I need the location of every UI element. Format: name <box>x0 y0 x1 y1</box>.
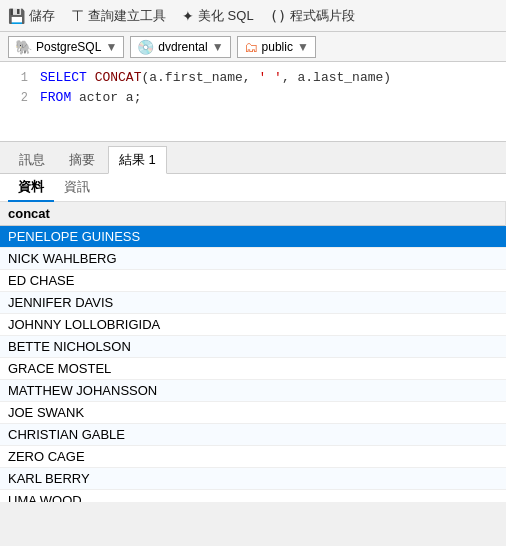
table-row[interactable]: ZERO CAGE <box>0 446 506 468</box>
tab-messages[interactable]: 訊息 <box>8 146 56 173</box>
table-row[interactable]: JOHNNY LOLLOBRIGIDA <box>0 314 506 336</box>
query-builder-label: 查詢建立工具 <box>88 7 166 25</box>
code-snippet-icon: () <box>270 8 287 24</box>
code-snippet-button[interactable]: () 程式碼片段 <box>270 7 356 25</box>
database-icon: 💿 <box>137 39 154 55</box>
beautify-sql-button[interactable]: ✦ 美化 SQL <box>182 7 254 25</box>
code-text-1: SELECT CONCAT(a.first_name, ' ', a.last_… <box>40 68 391 88</box>
schema-value: public <box>262 40 293 54</box>
cell-concat: JOE SWANK <box>0 402 506 424</box>
save-label: 儲存 <box>29 7 55 25</box>
table-row[interactable]: JOE SWANK <box>0 402 506 424</box>
subtab-info[interactable]: 資訊 <box>54 174 100 202</box>
connection-selector[interactable]: 🐘 PostgreSQL ▼ <box>8 36 124 58</box>
query-builder-button[interactable]: ⊤ 查詢建立工具 <box>71 7 166 25</box>
connection-value: PostgreSQL <box>36 40 101 54</box>
schema-chevron-icon: ▼ <box>297 40 309 54</box>
result-table: concat PENELOPE GUINESSNICK WAHLBERGED C… <box>0 202 506 502</box>
line-number-1: 1 <box>8 68 28 88</box>
beautify-sql-label: 美化 SQL <box>198 7 254 25</box>
table-row[interactable]: NICK WAHLBERG <box>0 248 506 270</box>
cell-concat: CHRISTIAN GABLE <box>0 424 506 446</box>
subtab-data[interactable]: 資料 <box>8 174 54 202</box>
cell-concat: UMA WOOD <box>0 490 506 503</box>
line-number-2: 2 <box>8 88 28 108</box>
table-row[interactable]: MATTHEW JOHANSSON <box>0 380 506 402</box>
save-icon: 💾 <box>8 8 25 24</box>
database-chevron-icon: ▼ <box>212 40 224 54</box>
code-text-2: FROM actor a; <box>40 88 141 108</box>
beautify-sql-icon: ✦ <box>182 8 194 24</box>
table-row[interactable]: GRACE MOSTEL <box>0 358 506 380</box>
table-row[interactable]: UMA WOOD <box>0 490 506 503</box>
code-editor[interactable]: 1 SELECT CONCAT(a.first_name, ' ', a.las… <box>0 62 506 142</box>
schema-selector[interactable]: 🗂 public ▼ <box>237 36 316 58</box>
database-value: dvdrental <box>158 40 207 54</box>
schema-icon: 🗂 <box>244 39 258 55</box>
toolbar: 💾 儲存 ⊤ 查詢建立工具 ✦ 美化 SQL () 程式碼片段 <box>0 0 506 32</box>
sub-tabs-bar: 資料 資訊 <box>0 174 506 202</box>
code-snippet-label: 程式碼片段 <box>290 7 355 25</box>
table-row[interactable]: ED CHASE <box>0 270 506 292</box>
column-header-concat: concat <box>0 202 506 226</box>
result-table-container[interactable]: concat PENELOPE GUINESSNICK WAHLBERGED C… <box>0 202 506 502</box>
cell-concat: NICK WAHLBERG <box>0 248 506 270</box>
cell-concat: ZERO CAGE <box>0 446 506 468</box>
table-row[interactable]: JENNIFER DAVIS <box>0 292 506 314</box>
cell-concat: JOHNNY LOLLOBRIGIDA <box>0 314 506 336</box>
connection-chevron-icon: ▼ <box>105 40 117 54</box>
code-line-1: 1 SELECT CONCAT(a.first_name, ' ', a.las… <box>0 68 506 88</box>
cell-concat: MATTHEW JOHANSSON <box>0 380 506 402</box>
cell-concat: GRACE MOSTEL <box>0 358 506 380</box>
connection-icon: 🐘 <box>15 39 32 55</box>
cell-concat: JENNIFER DAVIS <box>0 292 506 314</box>
cell-concat: BETTE NICHOLSON <box>0 336 506 358</box>
tab-results1[interactable]: 結果 1 <box>108 146 167 174</box>
table-row[interactable]: BETTE NICHOLSON <box>0 336 506 358</box>
database-selector[interactable]: 💿 dvdrental ▼ <box>130 36 230 58</box>
db-selectors-bar: 🐘 PostgreSQL ▼ 💿 dvdrental ▼ 🗂 public ▼ <box>0 32 506 62</box>
tab-summary[interactable]: 摘要 <box>58 146 106 173</box>
cell-concat: PENELOPE GUINESS <box>0 226 506 248</box>
cell-concat: ED CHASE <box>0 270 506 292</box>
table-row[interactable]: CHRISTIAN GABLE <box>0 424 506 446</box>
main-tabs-bar: 訊息 摘要 結果 1 <box>0 142 506 174</box>
code-line-2: 2 FROM actor a; <box>0 88 506 108</box>
save-button[interactable]: 💾 儲存 <box>8 7 55 25</box>
table-row[interactable]: PENELOPE GUINESS <box>0 226 506 248</box>
cell-concat: KARL BERRY <box>0 468 506 490</box>
table-header-row: concat <box>0 202 506 226</box>
table-row[interactable]: KARL BERRY <box>0 468 506 490</box>
query-builder-icon: ⊤ <box>71 7 84 25</box>
